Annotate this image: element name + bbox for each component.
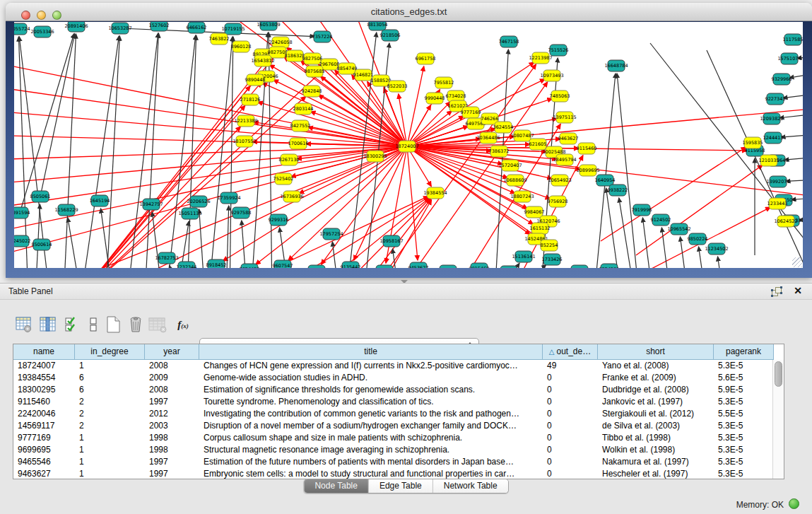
table-settings-icon[interactable] xyxy=(14,315,34,334)
graph-node[interactable]: 621605 xyxy=(529,139,547,150)
graph-node[interactable]: 16782753 xyxy=(155,252,178,264)
graph-node[interactable]: 11234502 xyxy=(705,243,728,255)
graph-node[interactable]: 10899695 xyxy=(576,165,599,176)
graph-node[interactable]: 9124455 xyxy=(570,265,590,268)
graph-node[interactable]: 15751074 xyxy=(777,53,801,64)
graph-node[interactable]: 9329966 xyxy=(772,74,792,85)
graph-node[interactable]: 19384554 xyxy=(423,187,447,199)
graph-node[interactable]: 9299316 xyxy=(269,214,289,226)
graph-node[interactable]: 12213389 xyxy=(234,115,257,127)
graph-node[interactable]: 852254 xyxy=(541,240,558,251)
graph-node[interactable]: 1233443 xyxy=(767,198,788,209)
graph-node[interactable]: 15720407 xyxy=(498,160,522,171)
new-table-icon[interactable] xyxy=(103,315,123,334)
graph-node[interactable]: 13942757 xyxy=(139,199,163,210)
graph-node[interactable]: 10244514 xyxy=(372,265,396,268)
graph-node[interactable]: 7485063 xyxy=(550,90,570,102)
graph-node[interactable]: 20053346 xyxy=(30,26,54,37)
graph-node[interactable]: 7919996 xyxy=(632,204,652,216)
graph-node[interactable]: 18495794 xyxy=(553,154,576,165)
graph-node[interactable]: 8267130 xyxy=(279,154,300,165)
graph-node[interactable]: 1117585 xyxy=(783,34,803,45)
graph-node[interactable]: 1232344 xyxy=(177,262,197,268)
network-view[interactable]: 1405572420053346208914061065328715276026… xyxy=(14,22,803,268)
graph-node[interactable]: 9218506 xyxy=(380,30,401,41)
graph-node[interactable]: 16543812 xyxy=(251,55,274,66)
graph-node[interactable]: 1210335 xyxy=(759,155,779,166)
delete-attribute-trash-icon[interactable] xyxy=(126,315,146,334)
graph-node[interactable]: 7624453 xyxy=(240,264,260,268)
graph-node[interactable]: 10973493 xyxy=(540,70,563,81)
graph-node[interactable]: 7955812 xyxy=(434,77,454,88)
table-vertical-scrollbar[interactable] xyxy=(772,360,784,479)
graph-node[interactable]: 18807243 xyxy=(510,191,534,202)
graph-node[interactable]: 17359924 xyxy=(217,192,240,204)
graph-node[interactable]: 8524501 xyxy=(599,264,620,268)
graph-node[interactable]: 9227343 xyxy=(765,93,786,105)
graph-node[interactable]: 18724007 xyxy=(395,141,418,152)
column-header-short[interactable]: short xyxy=(598,344,714,360)
graph-node[interactable]: 1700616 xyxy=(288,138,309,149)
graph-node[interactable]: 2718126 xyxy=(240,94,261,105)
graph-node[interactable]: 15051135 xyxy=(178,208,201,219)
graph-node[interactable]: 9607547 xyxy=(273,260,293,268)
graph-node[interactable]: 1244413 xyxy=(763,132,784,144)
graph-node[interactable]: 8505061 xyxy=(30,191,51,202)
graph-node[interactable]: 10688609 xyxy=(503,175,526,186)
memory-status-indicator[interactable] xyxy=(789,498,799,509)
graph-node[interactable]: 20364486 xyxy=(476,132,500,144)
graph-node[interactable]: 9915460 xyxy=(469,263,490,268)
graph-node[interactable]: 18107552 xyxy=(233,136,256,147)
column-header-name[interactable]: name xyxy=(13,344,75,360)
graph-node[interactable]: 12213987 xyxy=(529,52,552,64)
graph-node[interactable]: 16648784 xyxy=(604,60,628,71)
table-row[interactable]: 969969511998Structural magnetic resonanc… xyxy=(13,444,772,456)
graph-node[interactable]: 9990448 xyxy=(425,93,445,104)
graph-node[interactable]: 9875685 xyxy=(305,66,325,77)
graph-node[interactable]: 20891406 xyxy=(64,22,88,32)
table-row[interactable]: 946554611997Estimation of the future num… xyxy=(13,456,772,468)
graph-node[interactable]: 7467158 xyxy=(499,36,519,47)
graph-node[interactable]: 9245022 xyxy=(14,235,30,247)
float-panel-icon[interactable] xyxy=(771,286,782,297)
graph-node[interactable]: 1645194 xyxy=(90,195,110,206)
graph-node[interactable]: 20206526 xyxy=(187,196,210,207)
graph-node[interactable]: 18300295 xyxy=(363,151,387,162)
table-row[interactable]: 1456911722003Disruption of a novel membe… xyxy=(13,420,772,432)
select-column-icon[interactable] xyxy=(38,315,58,334)
graph-node[interactable]: 9297588 xyxy=(231,207,252,218)
graph-node[interactable]: 9890448 xyxy=(245,74,266,86)
column-header-out_de[interactable]: △out_de… xyxy=(543,344,598,360)
graph-node[interactable]: 12093822 xyxy=(760,113,783,124)
graph-node[interactable]: 8918452 xyxy=(206,259,227,268)
graph-node[interactable]: 8522033 xyxy=(387,81,408,92)
graph-node[interactable]: 10654923 xyxy=(548,175,571,186)
graph-node[interactable]: 7515526 xyxy=(548,45,569,56)
graph-node[interactable]: 1595835 xyxy=(743,137,763,148)
delete-table-disabled-icon[interactable] xyxy=(147,315,167,334)
graph-node[interactable]: 8960128 xyxy=(231,41,252,52)
tab-edge-table[interactable]: Edge Table xyxy=(368,479,433,493)
graph-node[interactable]: 9135442 xyxy=(341,262,361,268)
column-header-pagerank[interactable]: pagerank xyxy=(714,344,774,360)
tab-node-table[interactable]: Node Table xyxy=(304,479,368,493)
table-row[interactable]: 946362711997Embryonic stem cells: a mode… xyxy=(13,468,772,479)
graph-node[interactable]: 9756928 xyxy=(548,196,568,207)
graph-node[interactable]: 8427552 xyxy=(290,120,311,132)
graph-node[interactable]: 3624554 xyxy=(493,122,514,133)
graph-node[interactable]: 17957254 xyxy=(319,228,343,240)
tab-network-table[interactable]: Network Table xyxy=(433,479,508,493)
graph-node[interactable]: 1527602 xyxy=(149,22,170,31)
table-row[interactable]: 1872400712008Changes of HCN gene express… xyxy=(13,360,772,372)
graph-node[interactable]: 1733426 xyxy=(542,254,563,265)
network-window-titlebar[interactable]: citations_edges.txt xyxy=(6,3,812,21)
graph-node[interactable]: 9453627 xyxy=(408,262,429,268)
table-row[interactable]: 911546021997Tourette syndrome. Phenomeno… xyxy=(13,396,772,408)
graph-node[interactable]: 9115460 xyxy=(577,143,597,154)
graph-node[interactable]: 14055724 xyxy=(14,23,30,35)
column-header-in_degree[interactable]: in_degree xyxy=(75,344,145,360)
graph-node[interactable]: 7525402 xyxy=(273,173,294,185)
column-header-year[interactable]: year xyxy=(145,344,199,360)
graph-node[interactable]: 13992071 xyxy=(766,176,789,187)
graph-node[interactable]: 8813054 xyxy=(367,22,388,30)
